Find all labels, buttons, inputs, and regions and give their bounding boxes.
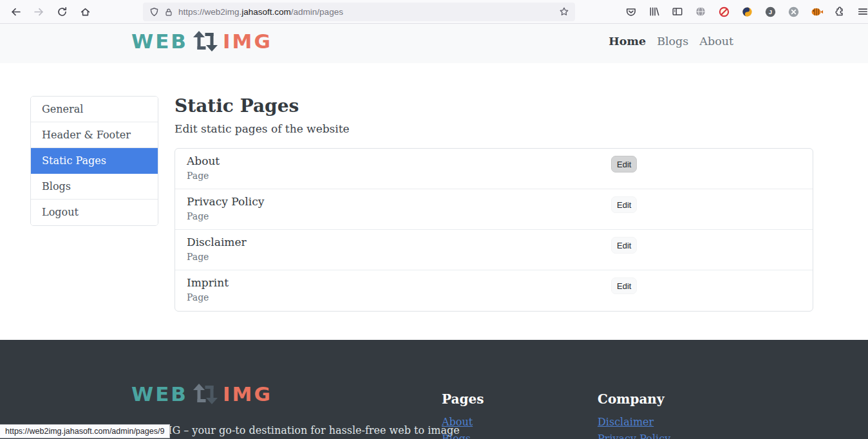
sidebar-item[interactable]: Static Pages	[31, 148, 158, 174]
sidebar-item[interactable]: Logout	[31, 200, 158, 225]
swap-arrows-icon	[191, 382, 220, 406]
admin-sidebar: GeneralHeader & FooterStatic PagesBlogsL…	[30, 96, 158, 226]
home-icon	[80, 6, 91, 17]
footer-link-item: Privacy Policy	[598, 431, 670, 439]
static-page-row: Disclaimer Page Edit	[175, 230, 813, 270]
footer-link-item: About	[442, 414, 484, 431]
x-circle-extension-icon[interactable]	[782, 1, 805, 22]
logo-img-text: IMG	[223, 30, 272, 53]
toolbar-extensions: J	[619, 1, 868, 22]
footer-column-heading: Company	[598, 391, 670, 407]
footer-link[interactable]: Privacy Policy	[598, 433, 670, 439]
menu-hamburger-icon[interactable]	[851, 1, 868, 22]
edit-button[interactable]: Edit	[611, 237, 637, 254]
lock-icon[interactable]	[164, 8, 173, 17]
pocket-icon[interactable]	[619, 1, 643, 22]
nav-link[interactable]: Home	[609, 35, 646, 48]
nav-link[interactable]: Blogs	[657, 35, 688, 48]
static-page-title: Privacy Policy	[187, 195, 801, 208]
edit-button[interactable]: Edit	[611, 196, 637, 213]
static-page-title: Disclaimer	[187, 236, 801, 248]
url-path: /admin/pages	[291, 7, 343, 17]
tracking-shield-icon[interactable]	[149, 7, 159, 17]
static-page-type: Page	[187, 171, 801, 181]
url-domain: jahasoft.com	[241, 7, 291, 17]
static-page-title: Imprint	[187, 276, 801, 289]
logo-web-text: WEB	[131, 30, 188, 53]
page-subtitle: Edit static pages of the website	[175, 122, 350, 135]
edit-button[interactable]: Edit	[611, 156, 637, 173]
static-page-type: Page	[187, 252, 801, 262]
static-page-row: Imprint Page Edit	[175, 270, 813, 311]
url-bar[interactable]: https://web2img.jahasoft.com/admin/pages	[143, 3, 575, 21]
page-title: Static Pages	[175, 95, 299, 117]
browser-toolbar: https://web2img.jahasoft.com/admin/pages…	[0, 0, 868, 24]
swirl-extension-icon[interactable]	[735, 1, 759, 22]
browser-nav-buttons	[5, 1, 95, 22]
svg-text:J: J	[768, 8, 771, 15]
globe-extension-icon[interactable]	[689, 1, 712, 22]
footer-column-heading: Pages	[442, 391, 484, 407]
footer-link[interactable]: Blogs	[442, 433, 471, 439]
site-nav: HomeBlogsAbout	[609, 35, 733, 48]
sidebar-item[interactable]: General	[31, 97, 158, 122]
footer-logo-web-text: WEB	[131, 382, 188, 406]
footer-link[interactable]: Disclaimer	[598, 416, 654, 428]
back-button[interactable]	[5, 1, 26, 22]
swap-arrows-icon	[191, 30, 220, 53]
back-icon	[10, 6, 21, 17]
reload-icon	[57, 6, 68, 17]
home-button[interactable]	[75, 1, 95, 22]
static-page-row: Privacy Policy Page Edit	[175, 189, 813, 230]
footer-link-item: Disclaimer	[598, 414, 670, 431]
nav-link[interactable]: About	[699, 35, 733, 48]
static-page-type: Page	[187, 292, 801, 303]
static-page-title: About	[187, 154, 801, 167]
footer-company-column: Company DisclaimerPrivacy Policy	[598, 391, 670, 439]
static-pages-list: About Page Edit Privacy Policy Page Edit…	[175, 148, 813, 312]
static-page-row: About Page Edit	[175, 149, 813, 189]
library-icon[interactable]	[643, 1, 666, 22]
footer-pages-links: AboutBlogs	[442, 414, 484, 439]
sidebar-toggle-icon[interactable]	[666, 1, 689, 22]
footer-link[interactable]: About	[442, 416, 473, 428]
site-header: WEB IMG HomeBlogsAbout	[0, 24, 868, 63]
edit-button[interactable]: Edit	[611, 277, 637, 294]
j-avatar-extension-icon[interactable]: J	[759, 1, 782, 22]
bookmark-star-icon[interactable]	[559, 6, 569, 19]
reload-button[interactable]	[52, 1, 72, 22]
site-logo[interactable]: WEB IMG	[131, 30, 272, 53]
footer-logo[interactable]: WEB IMG	[131, 382, 272, 406]
sidebar-item[interactable]: Header & Footer	[31, 122, 158, 148]
footer-company-links: DisclaimerPrivacy Policy	[598, 414, 670, 439]
footer-link-item: Blogs	[442, 431, 484, 439]
blocker-extension-icon[interactable]	[712, 1, 735, 22]
forward-button[interactable]	[28, 1, 49, 22]
sidebar-item[interactable]: Blogs	[31, 174, 158, 200]
extensions-puzzle-icon[interactable]	[828, 1, 851, 22]
footer-logo-img-text: IMG	[223, 382, 272, 406]
fish-extension-icon[interactable]	[805, 1, 828, 22]
url-prefix: https://web2img.	[178, 7, 241, 17]
footer-pages-column: Pages AboutBlogs	[442, 391, 484, 439]
forward-icon	[33, 6, 44, 17]
link-status-popup: https://web2img.jahasoft.com/admin/pages…	[0, 424, 170, 438]
static-page-type: Page	[187, 211, 801, 221]
footer-tagline: MG – your go-to destination for hassle-f…	[162, 424, 460, 436]
